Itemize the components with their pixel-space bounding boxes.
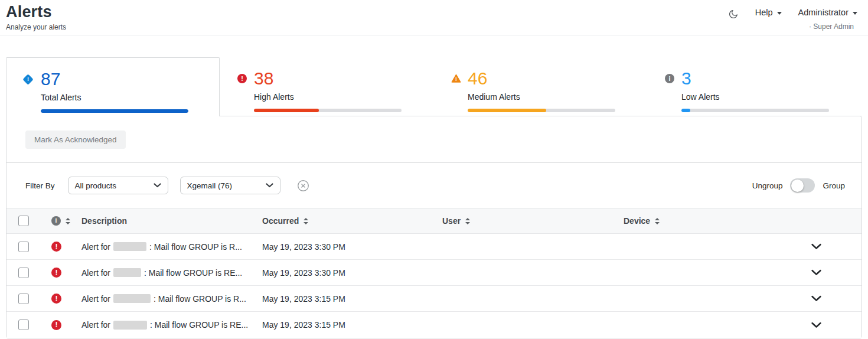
table-row: ! Alert for : Mail flow GROUP is RE... M…: [6, 260, 862, 286]
row-checkbox[interactable]: [18, 242, 29, 252]
alert-stat-tabs: ! 87 Total Alerts ! 38 High Alerts: [6, 57, 862, 116]
svg-text:!: !: [455, 76, 457, 82]
low-alerts-bar: [681, 109, 829, 112]
page-title: Alerts: [6, 3, 66, 21]
device-column-header[interactable]: Device: [624, 216, 771, 226]
clear-filters-icon[interactable]: [297, 180, 309, 192]
tab-low-alerts[interactable]: i 3 Low Alerts: [647, 57, 862, 116]
chevron-down-icon: [266, 183, 273, 188]
tab-medium-alerts[interactable]: ! 46 Medium Alerts: [433, 57, 647, 116]
sort-icon: [465, 218, 470, 224]
redacted-text: [113, 321, 147, 330]
severity-column-header[interactable]: i: [51, 216, 81, 226]
tab-high-alerts[interactable]: ! 38 High Alerts: [220, 57, 433, 116]
filter-by-label: Filter By: [25, 181, 55, 190]
high-alerts-bar: [254, 109, 402, 112]
sort-icon: [655, 218, 660, 224]
sort-icon: [66, 218, 70, 224]
actions-band: Mark As Acknowledged: [6, 116, 862, 163]
expand-row-chevron-icon[interactable]: [771, 295, 862, 302]
category-filter-select[interactable]: Xgemail (76): [180, 177, 280, 194]
high-severity-icon: !: [51, 268, 61, 278]
alert-description: Alert for : Mail flow GROUP is RE...: [81, 268, 262, 278]
alert-occurred: May 19, 2023 3:15 PM: [262, 320, 442, 330]
chevron-down-icon: [154, 183, 161, 188]
user-role: · Super Admin: [809, 22, 854, 31]
help-menu[interactable]: Help: [755, 8, 782, 17]
medium-alerts-count: 46: [468, 69, 487, 89]
expand-row-chevron-icon[interactable]: [771, 243, 862, 250]
high-alerts-count: 38: [254, 69, 273, 89]
alert-occurred: May 19, 2023 3:30 PM: [262, 242, 442, 252]
low-severity-info-icon: i: [665, 74, 674, 83]
medium-severity-icon: !: [451, 74, 461, 83]
chevron-down-icon: [853, 12, 857, 15]
severity-info-icon: i: [51, 216, 61, 226]
filter-band: Filter By All products Xgemail (76) Ungr…: [6, 163, 862, 208]
alert-description: Alert for : Mail flow GROUP is R...: [81, 242, 262, 252]
category-filter-value: Xgemail (76): [187, 181, 233, 190]
row-checkbox[interactable]: [18, 320, 29, 330]
occurred-column-header[interactable]: Occurred: [262, 216, 442, 226]
toggle-knob: [791, 180, 804, 192]
table-row: ! Alert for : Mail flow GROUP is R... Ma…: [6, 286, 862, 312]
medium-alerts-bar: [468, 109, 615, 112]
low-alerts-label: Low Alerts: [681, 92, 862, 102]
mark-as-acknowledged-button[interactable]: Mark As Acknowledged: [25, 131, 126, 149]
high-severity-icon: !: [51, 242, 61, 252]
alerts-panel: Mark As Acknowledged Filter By All produ…: [6, 116, 862, 338]
high-severity-icon: !: [51, 294, 61, 304]
ungroup-label: Ungroup: [752, 181, 783, 190]
row-checkbox[interactable]: [18, 268, 29, 278]
help-menu-label: Help: [755, 8, 773, 17]
user-menu-label: Administrator: [798, 8, 849, 17]
alert-occurred: May 19, 2023 3:15 PM: [262, 294, 442, 304]
chevron-down-icon: [777, 12, 782, 15]
table-header: i Description Occurred User Device: [6, 208, 862, 234]
redacted-text: [113, 294, 151, 303]
high-alerts-label: High Alerts: [254, 92, 433, 102]
group-label: Group: [823, 181, 845, 190]
total-alerts-label: Total Alerts: [41, 93, 219, 102]
sort-icon: [304, 218, 308, 224]
user-column-header[interactable]: User: [442, 216, 624, 226]
redacted-text: [113, 268, 141, 277]
top-bar: Alerts Analyze your alerts Help Administ…: [0, 0, 868, 35]
tab-total-alerts[interactable]: ! 87 Total Alerts: [6, 57, 220, 116]
description-column-header: Description: [81, 216, 262, 226]
alert-description: Alert for : Mail flow GROUP is R...: [81, 294, 262, 304]
medium-alerts-label: Medium Alerts: [468, 92, 647, 102]
user-menu[interactable]: Administrator: [798, 8, 857, 17]
expand-row-chevron-icon[interactable]: [771, 322, 862, 328]
dark-mode-moon-icon[interactable]: [728, 9, 739, 19]
low-alerts-count: 3: [681, 69, 691, 89]
alert-occurred: May 19, 2023 3:30 PM: [262, 268, 442, 278]
table-row: ! Alert for : Mail flow GROUP is RE... M…: [6, 312, 862, 338]
alert-description: Alert for : Mail flow GROUP is RE...: [81, 320, 262, 330]
product-filter-select[interactable]: All products: [68, 177, 168, 194]
high-severity-icon: !: [237, 74, 247, 83]
row-checkbox[interactable]: [18, 294, 29, 304]
product-filter-value: All products: [75, 181, 117, 190]
select-all-checkbox[interactable]: [18, 216, 29, 226]
expand-row-chevron-icon[interactable]: [771, 269, 862, 276]
group-toggle[interactable]: [790, 178, 815, 193]
total-alerts-bar: [41, 109, 188, 113]
page-subtitle: Analyze your alerts: [6, 23, 66, 31]
redacted-text: [113, 242, 146, 251]
total-alerts-diamond-icon: !: [22, 74, 33, 84]
total-alerts-count: 87: [41, 69, 60, 89]
high-severity-icon: !: [51, 320, 61, 330]
table-row: ! Alert for : Mail flow GROUP is R... Ma…: [6, 234, 862, 260]
